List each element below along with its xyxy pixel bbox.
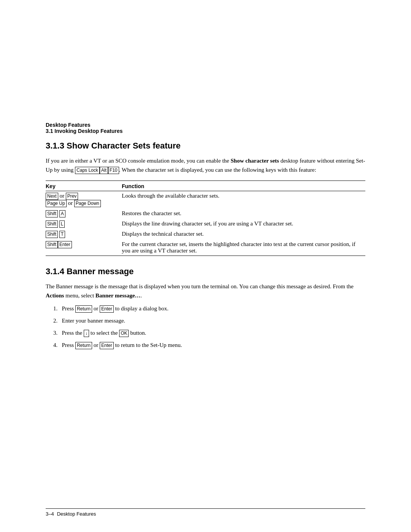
shift-key-enter: Shift [46, 241, 58, 248]
table-row: Shift A Restores the character set. [46, 209, 365, 219]
return-key-2: Return [75, 342, 92, 349]
function-cell-3: Displays the line drawing character set,… [122, 219, 365, 229]
table-row: Shift T Displays the technical character… [46, 229, 365, 240]
step1-num: 1. [53, 305, 61, 312]
key-cell-1: Next or Prev Page Up or Page Down [46, 191, 122, 209]
page: Desktop Features 3.1 Invoking Desktop Fe… [0, 0, 411, 532]
table-row: Shift L Displays the line drawing charac… [46, 219, 365, 229]
para1-end: . When the character set is displayed, y… [119, 167, 316, 173]
shift-key-a: Shift [46, 210, 58, 217]
f10-key: F10 [108, 167, 119, 174]
para1-text1: If you are in either a VT or an SCO cons… [46, 158, 231, 164]
shift-key-t: Shift [46, 231, 58, 238]
key-cell-5: ShiftEnter [46, 240, 122, 256]
footer-page-number: 3–4 [46, 511, 54, 517]
function-cell-1: Looks through the available character se… [122, 191, 365, 209]
table-header-row: Key Function [46, 181, 365, 191]
alt-key: Alt [100, 167, 108, 174]
col-key: Key [46, 181, 122, 191]
step4-num: 4. [53, 342, 61, 348]
key-cell-2: Shift A [46, 209, 122, 219]
l-key: L [59, 220, 65, 228]
next-key: Next [46, 193, 58, 200]
t-key: T [59, 231, 65, 238]
key-cell-3: Shift L [46, 219, 122, 229]
key-table: Key Function Next or Prev Page Up or Pag… [46, 181, 365, 256]
step3-num: 3. [53, 330, 61, 336]
step1-text: Press Return or Enter to display a dialo… [62, 305, 169, 312]
step4-text: Press Return or Enter to return to the S… [62, 342, 182, 348]
shift-key-l: Shift [46, 220, 58, 228]
list-item: 4. Press Return or Enter to return to th… [53, 340, 365, 350]
pagedown-key: Page Down [74, 200, 101, 207]
table-row: Next or Prev Page Up or Page Down Looks … [46, 191, 365, 209]
enter-key-1: Enter [100, 305, 114, 313]
col-function: Function [122, 181, 365, 191]
steps-list: 1. Press Return or Enter to display a di… [46, 304, 365, 350]
step3-text: Press the ↓ to select the OK button. [62, 330, 147, 336]
list-item: 1. Press Return or Enter to display a di… [53, 304, 365, 313]
function-cell-2: Restores the character set. [122, 209, 365, 219]
footer-content: 3–4 Desktop Features [46, 511, 365, 517]
caps-lock-key: Caps Lock [75, 167, 100, 174]
down-arrow-key: ↓ [84, 330, 89, 337]
section-313-para1: If you are in either a VT or an SCO cons… [46, 156, 365, 174]
function-cell-4: Displays the technical character set. [122, 229, 365, 240]
section-314-para1: The Banner message is the message that i… [46, 282, 365, 300]
key-cell-4: Shift T [46, 229, 122, 240]
breadcrumb-line2: 3.1 Invoking Desktop Features [46, 128, 365, 134]
section-313-heading: 3.1.3 Show Character Sets feature [46, 141, 365, 151]
page-footer: 3–4 Desktop Features [46, 508, 365, 517]
step2-num: 2. [53, 318, 61, 324]
key-function-table: Key Function Next or Prev Page Up or Pag… [46, 181, 365, 256]
s314-end: . [140, 292, 142, 299]
s314-bold1: Actions [46, 292, 64, 299]
footer-label: Desktop Features [57, 511, 96, 517]
breadcrumb-line1: Desktop Features [46, 122, 365, 128]
step2-text: Enter your banner message. [62, 318, 126, 324]
table-row: ShiftEnter For the current character set… [46, 240, 365, 256]
ok-key: OK [119, 330, 129, 337]
s314-bold2: Banner message… [96, 292, 140, 299]
return-key-1: Return [75, 305, 92, 313]
prev-key: Prev [66, 193, 78, 200]
list-item: 2. Enter your banner message. [53, 316, 365, 325]
enter-key: Enter [58, 241, 72, 248]
s314-mid: menu, select [64, 292, 95, 299]
a-key: A [59, 210, 65, 217]
s314-text1: The Banner message is the message that i… [46, 283, 354, 289]
list-item: 3. Press the ↓ to select the OK button. [53, 328, 365, 337]
breadcrumb: Desktop Features 3.1 Invoking Desktop Fe… [46, 122, 365, 134]
enter-key-2: Enter [100, 342, 114, 349]
function-cell-5: For the current character set, inserts t… [122, 240, 365, 256]
pageup-key: Page Up [46, 200, 67, 207]
para1-bold: Show character sets [231, 158, 279, 164]
section-314-heading: 3.1.4 Banner message [46, 267, 365, 276]
